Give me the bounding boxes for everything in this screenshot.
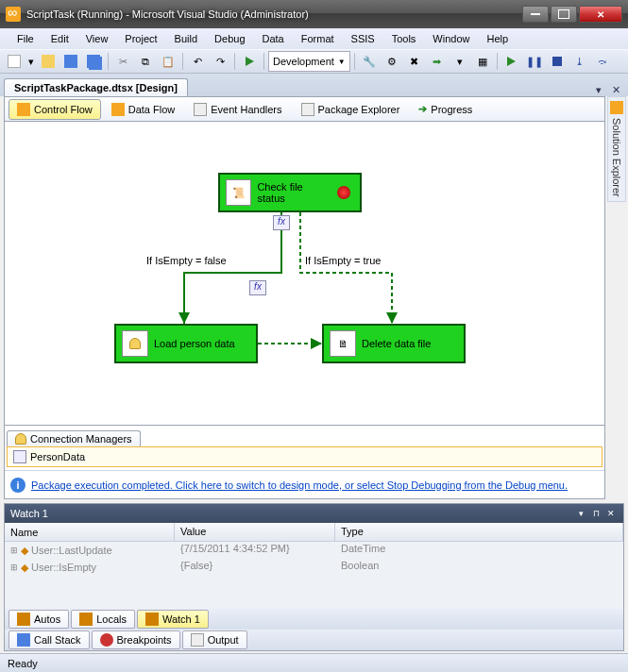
connection-item-persondata[interactable]: PersonData	[7, 446, 603, 467]
watch-row[interactable]: ⊞◆User::IsEmpty {False} Boolean	[5, 559, 623, 576]
design-canvas[interactable]: 📜 Check file status fx If IsEmpty = fals…	[5, 122, 604, 425]
tab-autos-label: Autos	[34, 613, 60, 625]
execution-completed-link[interactable]: Package execution completed. Click here …	[31, 479, 568, 491]
paste-button[interactable]: 📋	[158, 51, 178, 72]
conn-mgr-icon	[15, 433, 26, 445]
minimize-button[interactable]	[522, 6, 549, 23]
expression-indicator-1[interactable]: fx	[273, 215, 290, 230]
pause-button[interactable]: ❚❚	[524, 51, 545, 72]
menu-ssis[interactable]: SSIS	[344, 31, 382, 46]
continue-button[interactable]	[501, 51, 522, 72]
watch-close-icon[interactable]: ✕	[604, 507, 618, 520]
menu-help[interactable]: Help	[479, 31, 516, 46]
var-value: {7/15/2011 4:34:52 PM}	[175, 542, 335, 559]
close-button[interactable]	[579, 6, 622, 23]
menu-edit[interactable]: Edit	[43, 31, 76, 46]
task-load-person-data[interactable]: Load person data	[114, 324, 258, 363]
menu-format[interactable]: Format	[294, 31, 342, 46]
breakpoints-icon	[100, 633, 113, 647]
watch-pin-icon[interactable]: ⊓	[589, 507, 603, 520]
watch-header[interactable]: Watch 1 ▾ ⊓ ✕	[5, 504, 623, 523]
menu-data[interactable]: Data	[255, 31, 292, 46]
col-value[interactable]: Value	[175, 523, 335, 541]
ssis-btn3[interactable]: ✖	[404, 51, 425, 72]
tab-event-handlers[interactable]: Event Handlers	[185, 99, 290, 120]
copy-button[interactable]: ⧉	[135, 51, 156, 72]
doc-tab-close-icon[interactable]: ✕	[609, 83, 622, 96]
script-task-icon: 📜	[226, 179, 251, 206]
connection-managers-tab[interactable]: Connection Managers	[7, 430, 141, 446]
solution-explorer-label: Solution Explorer	[611, 118, 622, 197]
tab-breakpoints[interactable]: Breakpoints	[92, 630, 180, 649]
progress-icon: ➔	[418, 103, 427, 115]
undo-button[interactable]: ↶	[187, 51, 208, 72]
constraint-label-true: If IsEmpty = true	[305, 255, 381, 266]
conn-mgr-label: Connection Managers	[30, 433, 132, 445]
menubar: File Edit View Project Build Debug Data …	[0, 28, 628, 49]
expression-indicator-2[interactable]: fx	[249, 280, 266, 295]
ssis-btn5[interactable]: ▾	[450, 51, 470, 72]
menu-tools[interactable]: Tools	[384, 31, 424, 46]
col-type[interactable]: Type	[335, 523, 623, 541]
solution-explorer-tab[interactable]: Solution Explorer	[607, 96, 626, 202]
dropdown-new-icon[interactable]: ▾	[26, 51, 36, 72]
autos-icon	[17, 613, 30, 626]
tab-data-flow-label: Data Flow	[128, 104, 176, 115]
expand-icon[interactable]: ⊞	[10, 546, 18, 555]
tab-package-explorer[interactable]: Package Explorer	[293, 99, 409, 120]
new-project-button[interactable]	[4, 51, 25, 72]
menu-build[interactable]: Build	[167, 31, 205, 46]
cut-button[interactable]: ✂	[112, 51, 133, 72]
tab-locals-label: Locals	[96, 613, 127, 625]
control-flow-icon	[17, 103, 30, 116]
menu-debug[interactable]: Debug	[207, 31, 252, 46]
task-delete-data-file[interactable]: 🗎 Delete data file	[322, 324, 466, 363]
step-over-button[interactable]: ⤼	[592, 51, 613, 72]
col-name[interactable]: Name	[5, 523, 175, 541]
doc-tab-menu-icon[interactable]: ▾	[592, 83, 605, 96]
menu-view[interactable]: View	[78, 31, 116, 46]
solution-config-dropdown[interactable]: Development▼	[268, 51, 350, 72]
maximize-button[interactable]	[551, 6, 577, 23]
designer-subtabs: Control Flow Data Flow Event Handlers Pa…	[5, 97, 604, 122]
ssis-btn2[interactable]: ⚙	[382, 51, 402, 72]
watch-panel: Watch 1 ▾ ⊓ ✕ Name Value Type ⊞◆User::La…	[4, 503, 624, 651]
tab-progress[interactable]: ➔Progress	[410, 99, 481, 119]
watch-group-tabs: Autos Locals Watch 1	[5, 609, 623, 630]
step-into-button[interactable]: ⤓	[569, 51, 590, 72]
ssis-btn6[interactable]: ▦	[472, 51, 493, 72]
start-debug-button[interactable]	[239, 51, 260, 72]
ssis-btn4[interactable]: ➡	[427, 51, 448, 72]
execution-info-bar: i Package execution completed. Click her…	[5, 470, 604, 498]
watch-menu-icon[interactable]: ▾	[574, 507, 587, 520]
tab-callstack[interactable]: Call Stack	[8, 630, 90, 649]
watch-columns: Name Value Type	[5, 523, 623, 542]
open-button[interactable]	[38, 51, 59, 72]
menu-project[interactable]: Project	[117, 31, 164, 46]
watch-row[interactable]: ⊞◆User::LastUpdate {7/15/2011 4:34:52 PM…	[5, 542, 623, 559]
tab-locals[interactable]: Locals	[71, 610, 135, 629]
doc-tab-design[interactable]: ScriptTaskPackage.dtsx [Design]	[4, 78, 188, 96]
save-button[interactable]	[60, 51, 81, 72]
tab-control-flow[interactable]: Control Flow	[8, 99, 101, 120]
package-explorer-icon	[301, 103, 314, 116]
save-all-button[interactable]	[83, 51, 104, 72]
event-handlers-icon	[194, 103, 207, 116]
var-name: User::LastUpdate	[31, 545, 112, 556]
var-value: {False}	[175, 559, 335, 576]
watch-row-empty[interactable]	[5, 576, 623, 593]
task-check-file-status[interactable]: 📜 Check file status	[218, 173, 362, 212]
ssis-btn1[interactable]: 🔧	[359, 51, 380, 72]
breakpoint-indicator-icon	[337, 186, 350, 199]
menu-window[interactable]: Window	[425, 31, 477, 46]
stop-button[interactable]	[547, 51, 568, 72]
menu-file[interactable]: File	[9, 31, 42, 46]
toolbar: ▾ ✂ ⧉ 📋 ↶ ↷ Development▼ 🔧 ⚙ ✖ ➡ ▾ ▦ ❚❚ …	[0, 49, 628, 74]
redo-button[interactable]: ↷	[210, 51, 230, 72]
tab-data-flow[interactable]: Data Flow	[103, 99, 184, 120]
tab-watch1[interactable]: Watch 1	[137, 610, 209, 629]
tab-output[interactable]: Output	[182, 630, 247, 649]
expand-icon[interactable]: ⊞	[10, 563, 18, 572]
tab-autos[interactable]: Autos	[8, 610, 69, 629]
window-title: ScriptTask (Running) - Microsoft Visual …	[26, 8, 522, 20]
